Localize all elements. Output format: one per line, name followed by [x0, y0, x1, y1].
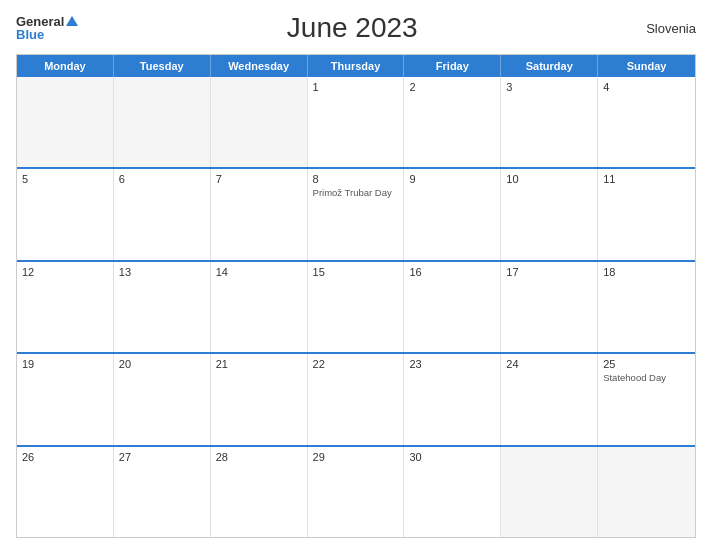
day-number: 17 — [506, 266, 592, 278]
calendar-cell: 15 — [308, 262, 405, 352]
day-number: 9 — [409, 173, 495, 185]
calendar-cell: 2 — [404, 77, 501, 167]
calendar-cell: 6 — [114, 169, 211, 259]
header-day-thursday: Thursday — [308, 55, 405, 77]
day-number: 23 — [409, 358, 495, 370]
calendar-cell: 13 — [114, 262, 211, 352]
calendar-page: General Blue June 2023 Slovenia MondayTu… — [0, 0, 712, 550]
day-number: 27 — [119, 451, 205, 463]
calendar-grid: MondayTuesdayWednesdayThursdayFridaySatu… — [16, 54, 696, 538]
day-number: 13 — [119, 266, 205, 278]
day-number: 10 — [506, 173, 592, 185]
calendar-cell: 7 — [211, 169, 308, 259]
day-number: 16 — [409, 266, 495, 278]
day-number: 5 — [22, 173, 108, 185]
day-number: 3 — [506, 81, 592, 93]
page-header: General Blue June 2023 Slovenia — [16, 12, 696, 44]
day-number: 20 — [119, 358, 205, 370]
day-number: 24 — [506, 358, 592, 370]
calendar-cell: 18 — [598, 262, 695, 352]
day-number: 6 — [119, 173, 205, 185]
day-number: 2 — [409, 81, 495, 93]
day-number: 21 — [216, 358, 302, 370]
day-number: 22 — [313, 358, 399, 370]
header-day-saturday: Saturday — [501, 55, 598, 77]
day-number: 1 — [313, 81, 399, 93]
calendar-week-3: 12131415161718 — [17, 260, 695, 352]
calendar-cell: 1 — [308, 77, 405, 167]
calendar-cell — [114, 77, 211, 167]
calendar-cell: 12 — [17, 262, 114, 352]
calendar-cell: 24 — [501, 354, 598, 444]
header-day-sunday: Sunday — [598, 55, 695, 77]
calendar-cell: 19 — [17, 354, 114, 444]
calendar-cell: 20 — [114, 354, 211, 444]
calendar-cell: 23 — [404, 354, 501, 444]
calendar-week-5: 2627282930 — [17, 445, 695, 537]
logo: General Blue — [16, 15, 78, 41]
calendar-cell — [598, 447, 695, 537]
calendar-week-1: 1234 — [17, 77, 695, 167]
day-number: 18 — [603, 266, 690, 278]
day-number: 14 — [216, 266, 302, 278]
header-day-monday: Monday — [17, 55, 114, 77]
day-number: 8 — [313, 173, 399, 185]
calendar-cell: 10 — [501, 169, 598, 259]
calendar-body: 12345678Primož Trubar Day910111213141516… — [17, 77, 695, 537]
calendar-cell: 29 — [308, 447, 405, 537]
header-day-tuesday: Tuesday — [114, 55, 211, 77]
calendar-cell: 8Primož Trubar Day — [308, 169, 405, 259]
calendar-cell: 14 — [211, 262, 308, 352]
day-number: 7 — [216, 173, 302, 185]
header-day-wednesday: Wednesday — [211, 55, 308, 77]
day-number: 19 — [22, 358, 108, 370]
day-number: 28 — [216, 451, 302, 463]
calendar-cell: 22 — [308, 354, 405, 444]
calendar-cell: 21 — [211, 354, 308, 444]
calendar-cell: 30 — [404, 447, 501, 537]
holiday-label: Statehood Day — [603, 372, 690, 384]
holiday-label: Primož Trubar Day — [313, 187, 399, 199]
day-number: 11 — [603, 173, 690, 185]
logo-blue: Blue — [16, 28, 78, 41]
logo-triangle-icon — [66, 16, 78, 26]
calendar-header: MondayTuesdayWednesdayThursdayFridaySatu… — [17, 55, 695, 77]
calendar-week-2: 5678Primož Trubar Day91011 — [17, 167, 695, 259]
day-number: 26 — [22, 451, 108, 463]
day-number: 4 — [603, 81, 690, 93]
calendar-cell — [501, 447, 598, 537]
day-number: 29 — [313, 451, 399, 463]
calendar-cell: 27 — [114, 447, 211, 537]
calendar-week-4: 19202122232425Statehood Day — [17, 352, 695, 444]
day-number: 15 — [313, 266, 399, 278]
day-number: 12 — [22, 266, 108, 278]
calendar-cell: 28 — [211, 447, 308, 537]
header-day-friday: Friday — [404, 55, 501, 77]
calendar-cell: 3 — [501, 77, 598, 167]
calendar-cell: 25Statehood Day — [598, 354, 695, 444]
calendar-cell: 11 — [598, 169, 695, 259]
day-number: 30 — [409, 451, 495, 463]
page-title: June 2023 — [78, 12, 626, 44]
country-label: Slovenia — [626, 21, 696, 36]
calendar-cell: 17 — [501, 262, 598, 352]
calendar-cell — [17, 77, 114, 167]
day-number: 25 — [603, 358, 690, 370]
calendar-cell: 16 — [404, 262, 501, 352]
calendar-cell: 4 — [598, 77, 695, 167]
calendar-cell: 9 — [404, 169, 501, 259]
calendar-cell — [211, 77, 308, 167]
calendar-cell: 26 — [17, 447, 114, 537]
calendar-cell: 5 — [17, 169, 114, 259]
